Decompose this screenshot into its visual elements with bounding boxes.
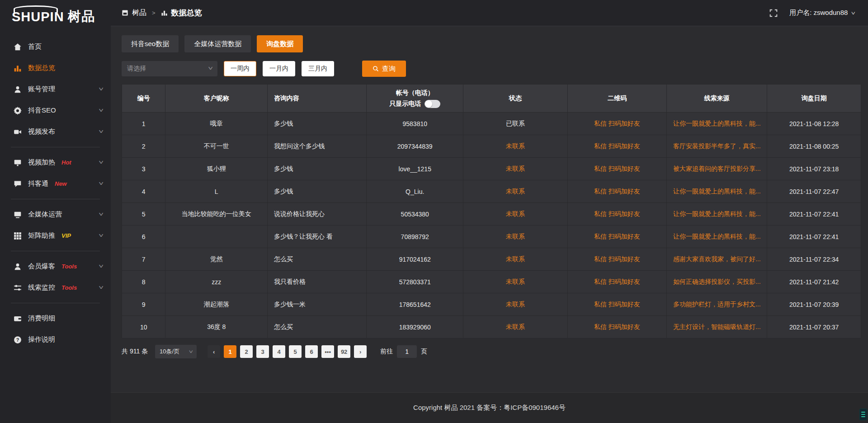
row-qrcode-link[interactable]: 私信 扫码加好友	[567, 180, 666, 203]
sidebar-item-10[interactable]: 会员爆客Tools˅	[0, 256, 111, 277]
row-inquiry: 多少钱	[268, 158, 367, 180]
sidebar-item-1[interactable]: 首页	[0, 36, 111, 57]
row-source-link[interactable]: 如何正确选择投影仪，买投影...	[666, 271, 767, 293]
sidebar-item-8[interactable]: 全媒体运营˅	[0, 204, 111, 225]
breadcrumb-root[interactable]: 树品	[132, 8, 146, 18]
search-icon	[373, 66, 379, 72]
row-inquiry: 怎么买	[268, 316, 367, 338]
row-source-link[interactable]: 客厅安装投影半年多了，真实...	[666, 135, 767, 158]
page-button-3[interactable]: 3	[256, 345, 269, 358]
row-source-link[interactable]: 感谢大家喜欢我家，被问了好...	[666, 248, 767, 271]
row-source-link[interactable]: 无主灯设计，智能磁吸轨道灯...	[666, 316, 767, 338]
sidebar-item-label: 消费明细	[28, 314, 55, 323]
page-button-6[interactable]: 6	[305, 345, 318, 358]
sidebar-item-label: 矩阵助推	[28, 231, 55, 240]
mini-widget[interactable]	[859, 409, 867, 420]
page-button-1[interactable]: 1	[224, 345, 236, 358]
range-button-2[interactable]: 一月内	[263, 61, 295, 76]
row-qrcode-link[interactable]: 私信 扫码加好友	[567, 203, 666, 226]
row-source-link[interactable]: 让你一眼就爱上的黑科技，能...	[666, 113, 767, 135]
goto-page-input[interactable]	[397, 345, 417, 358]
sidebar-item-label: 抖音SEO	[28, 106, 56, 115]
page-size-select[interactable]: 10条/页 ˅	[155, 345, 197, 358]
col-header-date: 询盘日期	[767, 85, 861, 113]
row-date: 2021-11-07 20:37	[767, 316, 861, 338]
filter-select[interactable]: 请选择 ˅	[122, 61, 217, 76]
row-qrcode-link[interactable]: 私信 扫码加好友	[567, 293, 666, 316]
chevron-down-icon: ˅	[99, 129, 104, 135]
row-account: 70898792	[367, 226, 463, 248]
account-header-label: 帐号（电话）	[369, 89, 460, 97]
col-header-qrcode: 二维码	[567, 85, 666, 113]
row-account: 50534380	[367, 203, 463, 226]
range-button-1[interactable]: 一周内	[224, 61, 256, 76]
range-button-3[interactable]: 三月内	[302, 61, 334, 76]
row-qrcode-link[interactable]: 私信 扫码加好友	[567, 316, 666, 338]
logo-arc-decoration	[14, 5, 58, 13]
tab-1[interactable]: 抖音seo数据	[122, 35, 179, 52]
row-qrcode-link[interactable]: 私信 扫码加好友	[567, 248, 666, 271]
row-source-link[interactable]: 让你一眼就爱上的黑科技，能...	[666, 203, 767, 226]
topbar: 树品 > 数据总览 用户名: zswodun88 ˅	[111, 0, 868, 26]
user-menu[interactable]: 用户名: zswodun88 ˅	[789, 9, 854, 17]
sidebar-item-7[interactable]: 抖客通New˅	[0, 173, 111, 194]
row-source-link[interactable]: 让你一眼就爱上的黑科技，能...	[666, 180, 767, 203]
page-button-2[interactable]: 2	[240, 345, 253, 358]
chevron-down-icon: ˅	[99, 181, 104, 187]
main-column: 树品 > 数据总览 用户名: zswodun88 ˅ 抖音seo数据	[111, 0, 868, 423]
query-button[interactable]: 查询	[362, 61, 406, 77]
sidebar-divider	[11, 199, 100, 199]
row-qrcode-link[interactable]: 私信 扫码加好友	[567, 135, 666, 158]
tab-3[interactable]: 询盘数据	[257, 35, 303, 52]
chevron-down-icon: ˅	[99, 212, 104, 218]
sidebar-item-5[interactable]: 视频发布˅	[0, 121, 111, 142]
page-ellipsis[interactable]: •••	[321, 345, 334, 358]
tab-2[interactable]: 全媒体运营数据	[184, 35, 251, 52]
sidebar-item-12[interactable]: 消费明细	[0, 308, 111, 329]
sidebar-item-label: 视频发布	[28, 127, 55, 136]
row-status: 未联系	[463, 248, 568, 271]
content: 抖音seo数据全媒体运营数据询盘数据 请选择 ˅ 一周内一月内三月内 查询	[111, 26, 868, 392]
chevron-down-icon: ˅	[99, 160, 104, 166]
logo-cn-text: 树品	[68, 8, 96, 26]
row-status: 未联系	[463, 226, 568, 248]
page-button-4[interactable]: 4	[273, 345, 285, 358]
row-source-link[interactable]: 被大家追着问的客厅投影分享...	[666, 158, 767, 180]
chevron-down-icon: ˅	[99, 285, 104, 291]
username-label: 用户名:	[789, 9, 811, 16]
col-header-inquiry: 咨询内容	[268, 85, 367, 113]
col-header-account: 帐号（电话） 只显示电话	[367, 85, 463, 113]
row-date: 2021-11-08 12:28	[767, 113, 861, 135]
row-source-link[interactable]: 让你一眼就爱上的黑科技，能...	[666, 226, 767, 248]
row-source-link[interactable]: 多功能护栏灯，适用于乡村文...	[666, 293, 767, 316]
col-header-id: 编号	[122, 85, 165, 113]
sidebar-item-9[interactable]: 矩阵助推VIP˅	[0, 225, 111, 246]
next-page-button[interactable]: ›	[354, 345, 367, 358]
row-nickname: zzz	[165, 271, 268, 293]
prev-page-button[interactable]: ‹	[208, 345, 220, 358]
table-row: 3狐小狸多少钱love__1215未联系私信 扫码加好友被大家追着问的客厅投影分…	[122, 158, 861, 180]
grid-icon	[14, 232, 22, 240]
row-date: 2021-11-07 22:47	[767, 180, 861, 203]
col-header-source: 线索来源	[666, 85, 767, 113]
bar-chart-icon	[161, 9, 168, 16]
fullscreen-icon[interactable]	[769, 9, 778, 17]
query-button-label: 查询	[382, 65, 396, 73]
chevron-down-icon: ˅	[99, 233, 104, 239]
row-nickname	[165, 226, 268, 248]
row-qrcode-link[interactable]: 私信 扫码加好友	[567, 113, 666, 135]
phone-only-toggle[interactable]	[425, 100, 440, 108]
sidebar-item-13[interactable]: ?操作说明	[0, 329, 111, 350]
page-button-5[interactable]: 5	[289, 345, 302, 358]
sidebar-item-6[interactable]: 视频加热Hot˅	[0, 152, 111, 173]
sidebar-item-2[interactable]: 数据总览	[0, 57, 111, 79]
page-button-92[interactable]: 92	[338, 345, 350, 358]
row-qrcode-link[interactable]: 私信 扫码加好友	[567, 271, 666, 293]
row-qrcode-link[interactable]: 私信 扫码加好友	[567, 158, 666, 180]
row-qrcode-link[interactable]: 私信 扫码加好友	[567, 226, 666, 248]
page-title: 数据总览	[171, 8, 202, 18]
sidebar-item-3[interactable]: 账号管理˅	[0, 79, 111, 100]
sidebar-item-4[interactable]: 抖音SEO˅	[0, 100, 111, 121]
sidebar-item-11[interactable]: 线索监控Tools˅	[0, 277, 111, 298]
data-tabs: 抖音seo数据全媒体运营数据询盘数据	[122, 35, 861, 52]
